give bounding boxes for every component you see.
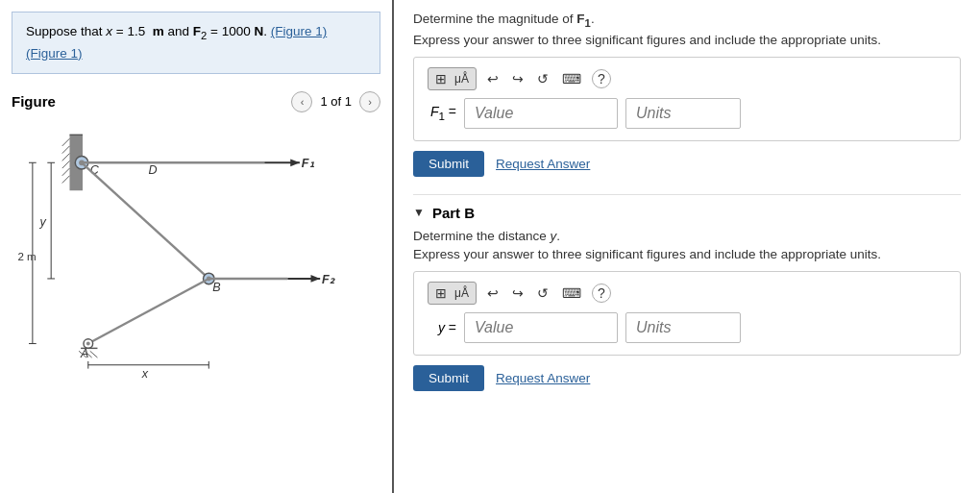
part-b-value-input[interactable] xyxy=(464,312,618,343)
part-b-label-eq: y = xyxy=(428,320,456,335)
problem-statement: Suppose that x = 1.5 m and F2 = 1000 N. … xyxy=(12,12,380,74)
symbol-icon[interactable]: μÅ xyxy=(452,71,472,86)
keyboard-icon[interactable]: ⌨ xyxy=(559,70,584,87)
figure-next-button[interactable]: › xyxy=(359,91,380,112)
part-a-label: F1 = xyxy=(428,104,456,122)
x-label: x xyxy=(141,367,149,381)
left-panel: Suppose that x = 1.5 m and F2 = 1000 N. … xyxy=(0,0,394,493)
part-b-toolbar: ⊞ μÅ ↩ ↪ ↺ ⌨ ? xyxy=(428,282,946,305)
part-b-action-row: Submit Request Answer xyxy=(413,365,961,391)
part-b-intro: Determine the distance y. xyxy=(413,229,961,243)
redo-icon[interactable]: ↪ xyxy=(509,70,527,87)
help-icon[interactable]: ? xyxy=(592,69,611,88)
part-a-value-input[interactable] xyxy=(464,98,618,129)
figure-prev-button[interactable]: ‹ xyxy=(291,91,312,112)
toolbar-group: ⊞ μÅ xyxy=(428,67,477,90)
part-b-submit-button[interactable]: Submit xyxy=(413,365,484,391)
part-b-help-icon[interactable]: ? xyxy=(592,283,611,303)
part-b-instruction: Express your answer to three significant… xyxy=(413,247,961,261)
diagram-svg: C D F₁ B F₂ A xyxy=(8,116,373,385)
label-b: B xyxy=(212,280,220,293)
part-b-request-answer-link[interactable]: Request Answer xyxy=(496,371,590,385)
part-b-toolbar-group: ⊞ μÅ xyxy=(428,282,477,305)
part-a-submit-button[interactable]: Submit xyxy=(413,151,484,177)
part-b-redo-icon[interactable]: ↪ xyxy=(509,284,527,302)
y-label: y xyxy=(39,215,47,229)
part-b-units-input[interactable] xyxy=(625,312,741,343)
part-b-refresh-icon[interactable]: ↺ xyxy=(534,284,551,302)
part-a-input-row: F1 = xyxy=(428,98,946,129)
part-a-toolbar: ⊞ μÅ ↩ ↪ ↺ ⌨ ? xyxy=(428,67,946,90)
part-a-intro: Determine the magnitude of F1. xyxy=(413,12,961,29)
part-a-request-answer-link[interactable]: Request Answer xyxy=(496,157,590,171)
figure-header: Figure ‹ 1 of 1 › xyxy=(0,86,392,116)
figure-link-text[interactable]: (Figure 1) xyxy=(26,46,83,61)
refresh-icon[interactable]: ↺ xyxy=(534,70,551,87)
figure-area: C D F₁ B F₂ A xyxy=(0,116,392,493)
part-a-units-input[interactable] xyxy=(625,98,741,129)
part-b-keyboard-icon[interactable]: ⌨ xyxy=(559,284,584,302)
svg-point-22 xyxy=(86,341,90,345)
part-a-action-row: Submit Request Answer xyxy=(413,151,961,177)
undo-icon[interactable]: ↩ xyxy=(484,70,502,87)
part-b-header: ▼ Part B xyxy=(413,194,961,221)
f2-label: F₂ xyxy=(322,273,335,286)
part-b-matrix-icon[interactable]: ⊞ xyxy=(432,284,450,302)
part-b-input-row: y = xyxy=(428,312,946,343)
figure-nav-count: 1 of 1 xyxy=(320,94,352,109)
figure-nav: ‹ 1 of 1 › xyxy=(291,91,380,112)
part-b-undo-icon[interactable]: ↩ xyxy=(484,284,502,302)
part-b-collapse-arrow[interactable]: ▼ xyxy=(413,206,425,219)
part-b-label: Part B xyxy=(432,205,475,221)
part-a-instruction: Express your answer to three significant… xyxy=(413,33,961,47)
f1-label: F₁ xyxy=(302,157,315,170)
label-d: D xyxy=(149,163,158,177)
right-panel: Determine the magnitude of F1. Express y… xyxy=(394,0,980,493)
dimension-2m: 2 m xyxy=(17,250,36,261)
figure-link[interactable]: (Figure 1) xyxy=(271,24,328,38)
figure-label: Figure xyxy=(12,93,56,110)
part-b-answer-box: ⊞ μÅ ↩ ↪ ↺ ⌨ ? y = xyxy=(413,271,961,356)
part-a-answer-box: ⊞ μÅ ↩ ↪ ↺ ⌨ ? F1 = xyxy=(413,57,961,141)
matrix-icon[interactable]: ⊞ xyxy=(432,70,450,87)
part-b-symbol-icon[interactable]: μÅ xyxy=(452,285,472,301)
